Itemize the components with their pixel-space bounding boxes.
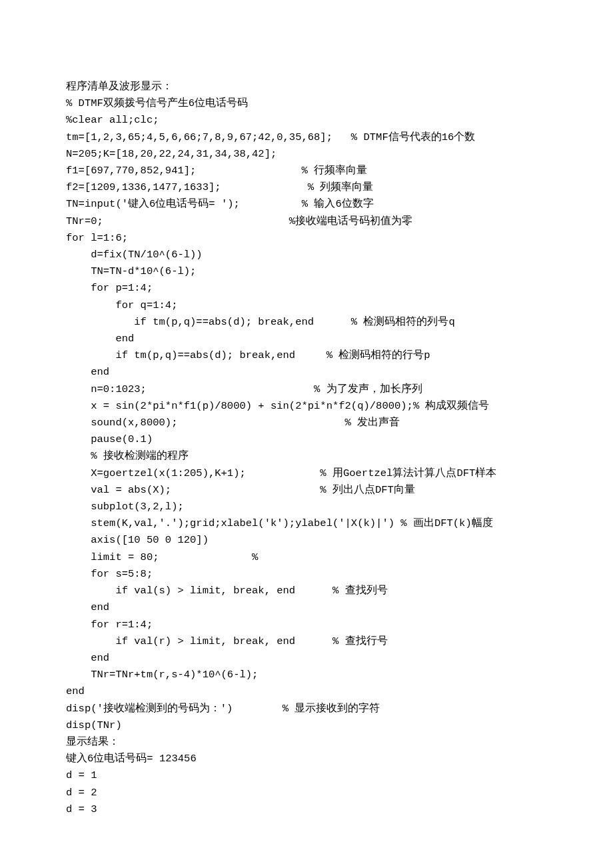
code-line: 显示结果： [66, 734, 547, 751]
code-line: val = abs(X); % 列出八点DFT向量 [66, 482, 547, 499]
code-listing: 程序清单及波形显示：% DTMF双频拨号信号产生6位电话号码%clear all… [66, 79, 547, 818]
code-line: d = 2 [66, 785, 547, 801]
code-line: if tm(p,q)==abs(d); break,end % 检测码相符的行号… [66, 347, 547, 364]
code-line: X=goertzel(x(1:205),K+1); % 用Goertzel算法计… [66, 465, 547, 482]
code-line: x = sin(2*pi*n*f1(p)/8000) + sin(2*pi*n*… [66, 398, 547, 415]
code-line: 程序清单及波形显示： [66, 79, 547, 95]
code-line: end [66, 650, 547, 667]
code-line: if tm(p,q)==abs(d); break,end % 检测码相符的列号… [66, 314, 547, 331]
code-line: % 接收检测端的程序 [66, 448, 547, 465]
code-line: axis([10 50 0 120]) [66, 532, 547, 549]
code-line: sound(x,8000); % 发出声音 [66, 415, 547, 431]
code-line: limit = 80; % [66, 549, 547, 566]
code-line: N=205;K=[18,20,22,24,31,34,38,42]; [66, 146, 547, 163]
code-line: pause(0.1) [66, 431, 547, 448]
code-line: tm=[1,2,3,65;4,5,6,66;7,8,9,67;42,0,35,6… [66, 129, 547, 146]
code-line: end [66, 364, 547, 381]
code-line: n=0:1023; % 为了发声，加长序列 [66, 381, 547, 398]
code-line: f1=[697,770,852,941]; % 行频率向量 [66, 163, 547, 179]
code-line: end [66, 683, 547, 700]
code-line: stem(K,val,'.');grid;xlabel('k');ylabel(… [66, 515, 547, 532]
code-line: d = 1 [66, 767, 547, 784]
code-line: for s=5:8; [66, 566, 547, 583]
code-line: for q=1:4; [66, 297, 547, 314]
code-line: for l=1:6; [66, 230, 547, 247]
code-line: TNr=TNr+tm(r,s-4)*10^(6-l); [66, 667, 547, 683]
code-line: end [66, 331, 547, 347]
code-line: TN=input('键入6位电话号码= '); % 输入6位数字 [66, 196, 547, 213]
code-line: 键入6位电话号码= 123456 [66, 751, 547, 767]
code-line: f2=[1209,1336,1477,1633]; % 列频率向量 [66, 179, 547, 196]
code-line: end [66, 599, 547, 616]
code-line: if val(s) > limit, break, end % 查找列号 [66, 583, 547, 599]
code-line: for r=1:4; [66, 617, 547, 633]
code-line: %clear all;clc; [66, 112, 547, 129]
code-line: d=fix(TN/10^(6-l)) [66, 247, 547, 263]
code-line: d = 3 [66, 801, 547, 818]
code-line: disp('接收端检测到的号码为：') % 显示接收到的字符 [66, 701, 547, 717]
code-line: TNr=0; %接收端电话号码初值为零 [66, 213, 547, 230]
code-line: disp(TNr) [66, 717, 547, 734]
code-line: if val(r) > limit, break, end % 查找行号 [66, 633, 547, 650]
code-line: for p=1:4; [66, 280, 547, 297]
code-line: % DTMF双频拨号信号产生6位电话号码 [66, 95, 547, 112]
code-line: TN=TN-d*10^(6-l); [66, 263, 547, 280]
code-line: subplot(3,2,l); [66, 499, 547, 515]
